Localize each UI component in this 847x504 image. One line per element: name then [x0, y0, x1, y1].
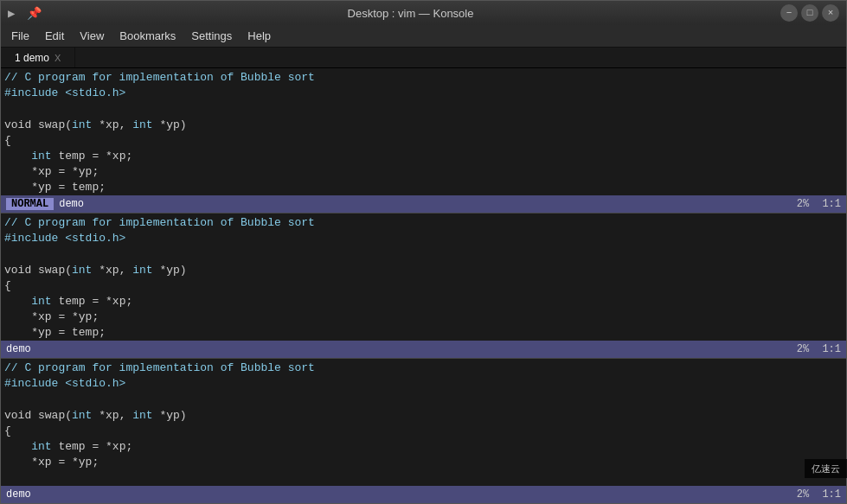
vim-status-1: NORMAL demo 2% 1:1 — [1, 195, 846, 213]
terminal-icon: ▶ — [8, 6, 22, 20]
vim-editor-3[interactable]: // C program for implementation of Bubbl… — [1, 359, 846, 486]
title-bar: ▶ 📌 Desktop : vim — Konsole − □ × — [1, 1, 846, 25]
watermark-text: 亿速云 — [812, 463, 840, 474]
status-position-3: 1:1 — [822, 488, 841, 501]
vim-editor-1[interactable]: // C program for implementation of Bubbl… — [1, 68, 846, 195]
vim-content: // C program for implementation of Bubbl… — [1, 68, 846, 503]
status-left-2: demo — [6, 343, 31, 355]
menu-help[interactable]: Help — [241, 28, 278, 44]
minimize-button[interactable]: − — [780, 4, 798, 22]
vim-status-3: demo 2% 1:1 — [1, 486, 846, 503]
status-right-3: 2% 1:1 — [797, 488, 841, 501]
status-right-2: 2% 1:1 — [797, 343, 841, 355]
status-left-3: demo — [6, 488, 31, 501]
status-filename-3: demo — [6, 488, 31, 501]
menu-edit[interactable]: Edit — [38, 28, 71, 44]
menu-view[interactable]: View — [73, 28, 111, 44]
pin-icon: 📌 — [27, 6, 41, 20]
watermark: 亿速云 — [805, 459, 847, 478]
tab-close-button[interactable]: X — [55, 53, 61, 63]
menu-file[interactable]: File — [4, 28, 36, 44]
main-window: ▶ 📌 Desktop : vim — Konsole − □ × File E… — [0, 0, 847, 504]
vim-pane-3: // C program for implementation of Bubbl… — [1, 358, 846, 503]
window-title: Desktop : vim — Konsole — [348, 7, 474, 20]
status-mode-1: NORMAL — [6, 198, 54, 210]
vim-pane-2: // C program for implementation of Bubbl… — [1, 213, 846, 358]
vim-status-2: demo 2% 1:1 — [1, 341, 846, 358]
status-position-2: 1:1 — [822, 343, 841, 355]
vim-pane-1: // C program for implementation of Bubbl… — [1, 68, 846, 213]
tab-label: 1 demo — [15, 52, 49, 64]
title-bar-left: ▶ 📌 — [8, 6, 41, 20]
close-button[interactable]: × — [822, 4, 839, 22]
maximize-button[interactable]: □ — [801, 4, 818, 22]
vim-editor-2[interactable]: // C program for implementation of Bubbl… — [1, 214, 846, 341]
menu-settings[interactable]: Settings — [184, 28, 239, 44]
status-filename-2: demo — [6, 343, 31, 355]
status-right-1: 2% 1:1 — [797, 198, 841, 210]
status-filename-1: demo — [59, 198, 84, 210]
tab-demo[interactable]: 1 demo X — [1, 48, 75, 67]
status-percent-1: 2% — [797, 198, 809, 210]
status-percent-3: 2% — [797, 488, 809, 501]
window-controls: − □ × — [780, 4, 839, 22]
tab-bar: 1 demo X — [1, 48, 846, 68]
menu-bar: File Edit View Bookmarks Settings Help — [1, 25, 846, 48]
status-percent-2: 2% — [797, 343, 809, 355]
menu-bookmarks[interactable]: Bookmarks — [112, 28, 183, 44]
status-left-1: NORMAL demo — [6, 198, 84, 210]
status-position-1: 1:1 — [822, 198, 841, 210]
